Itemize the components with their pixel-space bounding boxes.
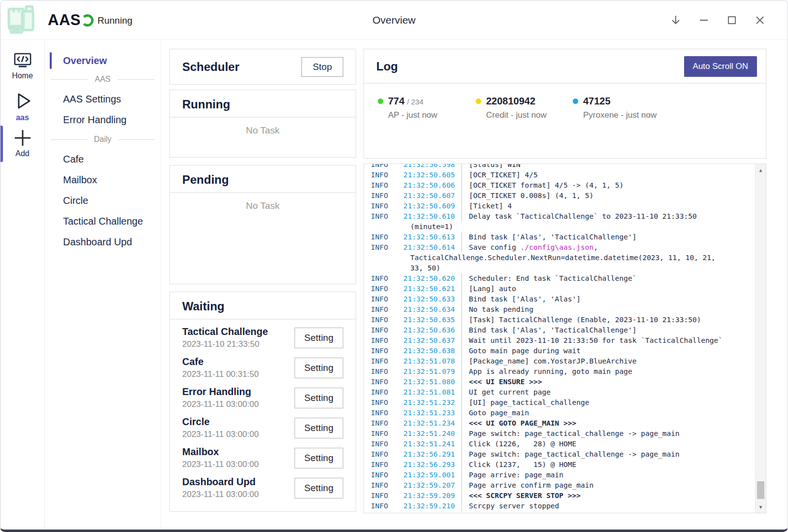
log-message: Click (1237, 15) @ HOME bbox=[461, 460, 576, 470]
log-timestamp: 21:32:51.241 bbox=[403, 439, 461, 449]
stat-label: Credit - just now bbox=[486, 110, 547, 120]
log-timestamp: 21:32:50.634 bbox=[403, 304, 461, 315]
divider-line bbox=[51, 79, 88, 80]
log-timestamp: 21:32:50.609 bbox=[403, 201, 461, 211]
divider-line bbox=[118, 79, 155, 80]
log-scroll-area[interactable]: INFO21:32:50.598[Status] WININFO21:32:50… bbox=[364, 164, 755, 513]
log-scrollbar[interactable]: ▲ ▼ bbox=[755, 164, 766, 513]
nav-active-indicator bbox=[50, 52, 52, 69]
log-entry: INFO21:32:50.636Bind task ['Alas', 'Tact… bbox=[364, 325, 755, 335]
log-message: Goto main page during wait bbox=[461, 346, 581, 356]
sidebar-item-home[interactable]: Home bbox=[0, 40, 44, 80]
divider-line bbox=[51, 139, 87, 140]
scheduler-card: Scheduler Stop bbox=[169, 49, 356, 85]
divider bbox=[170, 192, 356, 193]
log-level: INFO bbox=[364, 273, 403, 284]
waiting-task-row: Circle2023-11-11 03:00:00Setting bbox=[182, 413, 343, 443]
log-message: Page switch: page_tactical_challenge -> … bbox=[461, 449, 680, 460]
log-level: INFO bbox=[364, 460, 403, 470]
task-setting-button[interactable]: Setting bbox=[295, 448, 343, 468]
waiting-task-time: 2023-11-11 03:00:00 bbox=[182, 490, 259, 499]
auto-scroll-toggle-button[interactable]: Auto Scroll ON bbox=[684, 56, 757, 77]
log-message: <<< UI ENSURE >>> bbox=[461, 377, 542, 387]
sidebar-item-add[interactable]: Add bbox=[0, 122, 44, 158]
log-timestamp: 21:32:50.620 bbox=[403, 273, 461, 284]
log-level: INFO bbox=[364, 164, 403, 170]
log-entry: INFO21:32:50.633Bind task ['Alas', 'Alas… bbox=[364, 294, 755, 304]
log-level: INFO bbox=[364, 191, 403, 201]
log-level: INFO bbox=[364, 232, 403, 242]
stat-value: 220810942 bbox=[486, 96, 547, 107]
log-timestamp: 21:32:56.293 bbox=[403, 460, 461, 470]
scroll-up-icon[interactable]: ▲ bbox=[755, 166, 766, 174]
log-level: INFO bbox=[364, 408, 403, 418]
nav-item-error-handling[interactable]: Error Handling bbox=[45, 109, 161, 130]
log-entry-continuation: 33, 50) bbox=[364, 263, 755, 273]
stat-text: 47125Pyroxene - just now bbox=[583, 96, 657, 120]
waiting-task-info: Dashboard Upd2023-11-11 03:00:00 bbox=[182, 476, 259, 499]
nav-item-tactical-challenge[interactable]: Tactical Challenge bbox=[45, 211, 161, 232]
waiting-task-info: Mailbox2023-11-11 03:00:00 bbox=[182, 446, 259, 469]
stat-label: AP - just now bbox=[388, 110, 437, 120]
task-setting-button[interactable]: Setting bbox=[295, 388, 343, 408]
scheduler-title: Scheduler bbox=[182, 60, 239, 74]
log-level: INFO bbox=[364, 418, 403, 429]
waiting-task-time: 2023-11-11 03:00:00 bbox=[182, 430, 259, 439]
running-card: Running No Task bbox=[169, 90, 356, 158]
log-message: UI get current page bbox=[461, 387, 551, 398]
log-timestamp: 21:32:59.207 bbox=[403, 480, 461, 491]
pending-empty-text: No Task bbox=[170, 200, 356, 211]
log-entry: INFO21:32:50.598[Status] WIN bbox=[364, 164, 755, 170]
log-message: Page switch: page_tactical_challenge -> … bbox=[461, 429, 680, 439]
log-entry: INFO21:32:50.614Save config ./config\aas… bbox=[364, 242, 755, 253]
download-icon[interactable] bbox=[670, 14, 682, 26]
log-message: Delay task `TacticalChallenge` to 2023-1… bbox=[461, 211, 697, 222]
log-timestamp: 21:32:59.210 bbox=[403, 501, 461, 511]
log-timestamp: 21:32:50.606 bbox=[403, 180, 461, 191]
log-message: Save config ./config\aas.json, bbox=[461, 242, 598, 253]
log-timestamp: 21:32:50.613 bbox=[403, 232, 461, 242]
task-setting-button[interactable]: Setting bbox=[295, 328, 343, 348]
nav-item-mailbox[interactable]: Mailbox bbox=[45, 169, 161, 190]
task-setting-button[interactable]: Setting bbox=[295, 418, 343, 438]
stat-text: 220810942Credit - just now bbox=[486, 96, 547, 120]
log-level: INFO bbox=[364, 304, 403, 315]
log-entry: INFO21:32:50.609[Ticket] 4 bbox=[364, 201, 755, 211]
nav-item-dashboard-upd[interactable]: Dashboard Upd bbox=[45, 232, 161, 252]
log-timestamp: 21:32:56.291 bbox=[403, 449, 461, 460]
stat-value: 47125 bbox=[583, 96, 657, 107]
stat-dot-icon bbox=[476, 99, 481, 104]
task-setting-button[interactable]: Setting bbox=[295, 358, 343, 378]
log-timestamp: 21:32:59.209 bbox=[403, 491, 461, 501]
nav-item-circle[interactable]: Circle bbox=[45, 190, 161, 211]
waiting-task-name: Tactical Challenge bbox=[182, 326, 268, 337]
log-timestamp: 21:32:50.636 bbox=[403, 325, 461, 335]
waiting-task-name: Mailbox bbox=[182, 446, 259, 458]
log-title: Log bbox=[376, 60, 398, 73]
close-icon[interactable] bbox=[754, 14, 766, 26]
nav-item-cafe[interactable]: Cafe bbox=[45, 149, 161, 169]
maximize-icon[interactable] bbox=[726, 14, 738, 26]
rail-home-label: Home bbox=[12, 71, 33, 80]
scrollbar-thumb[interactable] bbox=[757, 481, 764, 499]
log-level: INFO bbox=[364, 366, 403, 377]
log-timestamp: 21:32:59.001 bbox=[403, 470, 461, 480]
minimize-icon[interactable] bbox=[698, 14, 710, 26]
icon-rail: Home aas Add bbox=[0, 40, 45, 530]
log-output-panel: INFO21:32:50.598[Status] WININFO21:32:50… bbox=[363, 164, 766, 513]
log-message: [Package_name] com.YostarJP.BlueArchive bbox=[461, 356, 636, 366]
task-setting-button[interactable]: Setting bbox=[295, 478, 343, 499]
log-level: INFO bbox=[364, 284, 403, 294]
waiting-task-time: 2023-11-11 03:00:00 bbox=[182, 399, 259, 409]
waiting-task-time: 2023-11-11 00:31:50 bbox=[182, 369, 259, 379]
waiting-task-row: Tactical Challenge2023-11-10 21:33:50Set… bbox=[182, 323, 343, 353]
nav-item-overview[interactable]: Overview bbox=[45, 51, 161, 70]
scroll-down-icon[interactable]: ▼ bbox=[755, 502, 766, 511]
stop-button[interactable]: Stop bbox=[301, 57, 343, 77]
nav-item-aas-settings[interactable]: AAS Settings bbox=[45, 89, 161, 109]
log-timestamp: 21:32:51.078 bbox=[403, 356, 461, 366]
log-level: INFO bbox=[364, 449, 403, 460]
sidebar-item-aas[interactable]: aas bbox=[0, 83, 44, 122]
log-timestamp: 21:32:51.232 bbox=[403, 398, 461, 408]
log-entry: INFO21:32:51.080<<< UI ENSURE >>> bbox=[364, 377, 755, 387]
